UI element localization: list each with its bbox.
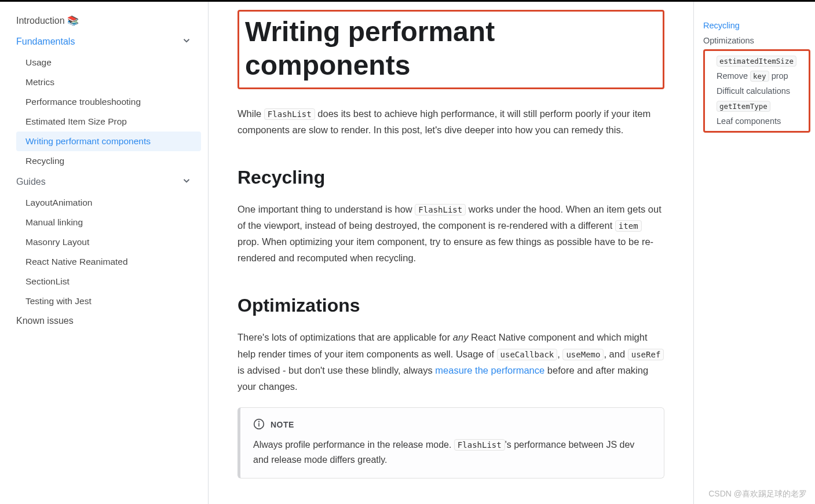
- chevron-down-icon: [181, 35, 192, 48]
- sidebar-section-label: Fundamentals: [16, 36, 75, 47]
- toc-item-recycling[interactable]: Recycling: [703, 18, 810, 33]
- code-usecallback: useCallback: [497, 349, 558, 360]
- code-key: key: [750, 71, 769, 82]
- code-usememo: useMemo: [562, 349, 604, 360]
- sidebar-item-label: Masonry Layout: [25, 237, 89, 247]
- sidebar-sub-guides: LayoutAnimation Manual linking Masonry L…: [7, 193, 201, 311]
- note-admonition: NOTE Always profile performance in the r…: [237, 407, 664, 479]
- info-icon: [253, 418, 265, 432]
- sidebar-section-guides[interactable]: Guides: [7, 171, 201, 193]
- sidebar-item-testing-with-jest[interactable]: Testing with Jest: [16, 291, 201, 311]
- sidebar-item-label: Manual linking: [25, 217, 83, 228]
- sidebar-item-recycling[interactable]: Recycling: [16, 151, 201, 171]
- sidebar-item-label: Introduction 📚: [16, 15, 79, 26]
- chevron-down-icon: [181, 176, 192, 188]
- recycling-paragraph: One important thing to understand is how…: [237, 201, 664, 266]
- sidebar-item-label: Known issues: [16, 316, 74, 326]
- sidebar-item-label: Estimated Item Size Prop: [25, 116, 127, 127]
- sidebar-item-metrics[interactable]: Metrics: [16, 72, 201, 92]
- sidebar-item-label: SectionList: [25, 276, 70, 287]
- toc-highlight-box: estimatedItemSize Remove key prop Diffic…: [703, 49, 810, 133]
- sidebar-item-usage[interactable]: Usage: [16, 53, 201, 72]
- sidebar-item-label: Usage: [25, 57, 52, 68]
- sidebar-item-label: Writing performant components: [25, 136, 151, 147]
- sidebar-item-label: React Native Reanimated: [25, 257, 128, 267]
- code-getitemtype: getItemType: [717, 101, 770, 112]
- code-flashlist: FlashList: [454, 439, 505, 451]
- toc-item-difficult-calculations[interactable]: Difficult calculations: [717, 83, 805, 98]
- toc-item-remove-key-prop[interactable]: Remove key prop: [717, 68, 805, 83]
- sidebar-item-introduction[interactable]: Introduction 📚: [7, 10, 201, 31]
- sidebar-item-writing-performant-components[interactable]: Writing performant components: [16, 132, 201, 151]
- sidebar-item-label: LayoutAnimation: [25, 198, 92, 208]
- code-flashlist: FlashList: [264, 108, 315, 120]
- sidebar-item-label: Recycling: [25, 156, 64, 166]
- toc-item-optimizations[interactable]: Optimizations: [703, 33, 810, 48]
- note-label: NOTE: [271, 420, 294, 429]
- intro-paragraph: While FlashList does its best to achieve…: [237, 105, 664, 138]
- code-useref: useRef: [628, 349, 664, 360]
- sidebar-item-react-native-reanimated[interactable]: React Native Reanimated: [16, 252, 201, 272]
- toc-item-estimateditemsize[interactable]: estimatedItemSize: [717, 53, 805, 68]
- heading-recycling: Recycling: [237, 167, 664, 188]
- sidebar-sub-fundamentals: Usage Metrics Performance troubleshootin…: [7, 53, 201, 171]
- toc-item-leaf-components[interactable]: Leaf components: [717, 114, 805, 129]
- sidebar-section-label: Guides: [16, 177, 46, 187]
- note-text: Always profile performance in the releas…: [253, 437, 651, 468]
- link-measure-performance[interactable]: measure the performance: [435, 365, 544, 375]
- sidebar-item-layoutanimation[interactable]: LayoutAnimation: [16, 193, 201, 213]
- table-of-contents: Recycling Optimizations estimatedItemSiz…: [693, 2, 815, 504]
- code-estimateditemsize: estimatedItemSize: [717, 56, 796, 67]
- sidebar-item-sectionlist[interactable]: SectionList: [16, 272, 201, 291]
- sidebar-item-label: Testing with Jest: [25, 296, 92, 306]
- sidebar-item-known-issues[interactable]: Known issues: [7, 311, 201, 331]
- page-title: Writing performant components: [237, 10, 664, 89]
- sidebar-item-label: Metrics: [25, 77, 54, 87]
- sidebar-item-performance-troubleshooting[interactable]: Performance troubleshooting: [16, 92, 201, 112]
- code-flashlist: FlashList: [415, 204, 466, 216]
- sidebar-item-estimated-item-size-prop[interactable]: Estimated Item Size Prop: [16, 112, 201, 132]
- sidebar-item-manual-linking[interactable]: Manual linking: [16, 213, 201, 232]
- code-item: item: [615, 220, 642, 232]
- note-header: NOTE: [253, 418, 651, 432]
- svg-point-2: [259, 421, 260, 422]
- sidebar-section-fundamentals[interactable]: Fundamentals: [7, 31, 201, 53]
- heading-optimizations: Optimizations: [237, 295, 664, 316]
- toc-item-getitemtype[interactable]: getItemType: [717, 98, 805, 114]
- sidebar-item-label: Performance troubleshooting: [25, 97, 141, 107]
- sidebar-nav: Introduction 📚 Fundamentals Usage Metric…: [0, 2, 209, 504]
- optimizations-paragraph: There's lots of optimizations that are a…: [237, 329, 664, 394]
- sidebar-item-masonry-layout[interactable]: Masonry Layout: [16, 232, 201, 252]
- main-content: Writing performant components While Flas…: [209, 2, 693, 504]
